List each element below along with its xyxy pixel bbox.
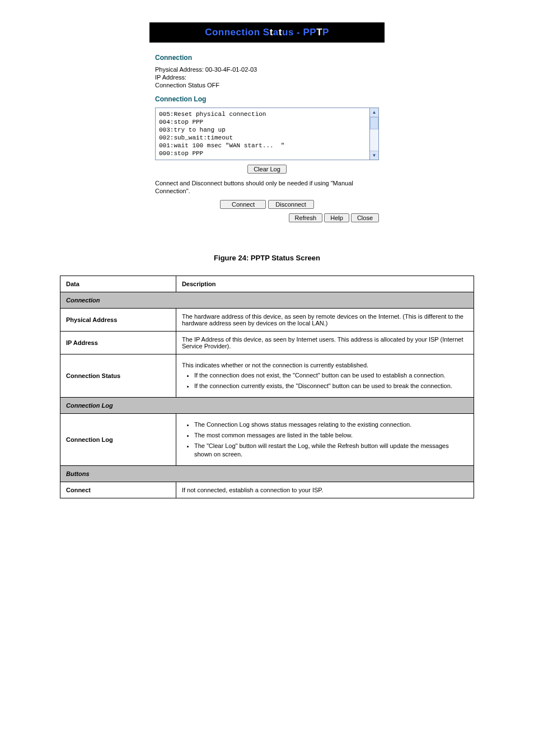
- cell-connection-status-desc: This indicates whether or not the connec…: [176, 354, 474, 398]
- cell-ip-address-label: IP Address: [60, 331, 176, 354]
- conn-status-list: If the connection does not exist, the "C…: [182, 371, 468, 390]
- conn-log-bullet-3: The "Clear Log" button will restart the …: [194, 442, 468, 459]
- section-log: Connection Log: [155, 95, 379, 103]
- banner-text-a: Connection S: [205, 27, 270, 38]
- screenshot-body: Connection Physical Address: 00-30-4F-01…: [149, 43, 385, 231]
- cell-ip-address-desc: The IP Address of this device, as seen b…: [176, 331, 474, 354]
- table-header-row: Data Description: [60, 276, 474, 292]
- cell-physical-address-label: Physical Address: [60, 308, 176, 331]
- log-textarea[interactable]: 005:Reset physical connection 004:stop P…: [155, 108, 370, 160]
- group-connection-label: Connection: [60, 292, 474, 308]
- group-connection-log: Connection Log: [60, 398, 474, 414]
- row-physical-address: Physical Address The hardware address of…: [60, 308, 474, 331]
- banner-text-d: P: [322, 27, 329, 38]
- banner-white-t3: T: [316, 27, 322, 38]
- group-buttons-label: Buttons: [60, 465, 474, 482]
- cell-connection-log-label: Connection Log: [60, 414, 176, 465]
- log-scrollbar[interactable]: ▲ ▼: [370, 108, 379, 160]
- help-button[interactable]: Help: [324, 213, 349, 222]
- conn-status-intro: This indicates whether or not the connec…: [182, 361, 468, 370]
- close-button[interactable]: Close: [351, 213, 379, 222]
- status-screenshot: Connection Status - PPTP Connection Phys…: [149, 22, 385, 231]
- physical-address-line: Physical Address: 00-30-4F-01-02-03: [155, 66, 379, 73]
- header-data: Data: [60, 276, 176, 292]
- cell-connection-status-label: Connection Status: [60, 354, 176, 398]
- conn-log-bullet-2: The most common messages are listed in t…: [194, 431, 468, 440]
- row-connect: Connect If not connected, establish a co…: [60, 482, 474, 498]
- clear-log-row: Clear Log: [155, 165, 379, 174]
- figure-caption: Figure 24: PPTP Status Screen: [0, 254, 534, 262]
- section-connection: Connection: [155, 54, 379, 62]
- header-description: Description: [176, 276, 474, 292]
- row-ip-address: IP Address The IP Address of this device…: [60, 331, 474, 354]
- banner-text-b: a: [273, 27, 279, 38]
- conn-status-bullet-2: If the connection currently exists, the …: [194, 382, 468, 390]
- group-buttons: Buttons: [60, 465, 474, 482]
- row-connection-status: Connection Status This indicates whether…: [60, 354, 474, 398]
- conn-log-list: The Connection Log shows status messages…: [182, 421, 468, 458]
- data-table: Data Description Connection Physical Add…: [60, 276, 474, 498]
- clear-log-button[interactable]: Clear Log: [247, 165, 287, 174]
- ip-address-line: IP Address:: [155, 74, 379, 81]
- scroll-down-icon[interactable]: ▼: [370, 151, 378, 160]
- cell-connect-desc: If not connected, establish a connection…: [176, 482, 474, 498]
- log-area: 005:Reset physical connection 004:stop P…: [155, 108, 379, 160]
- conn-log-bullet-1: The Connection Log shows status messages…: [194, 421, 468, 429]
- group-connection-log-label: Connection Log: [60, 398, 474, 414]
- manual-connection-note: Connect and Disconnect buttons should on…: [155, 179, 379, 195]
- group-connection: Connection: [60, 292, 474, 308]
- cell-physical-address-desc: The hardware address of this device, as …: [176, 308, 474, 331]
- scroll-thumb[interactable]: [370, 117, 378, 129]
- connect-button[interactable]: Connect: [220, 200, 266, 209]
- footer-buttons: Refresh Help Close: [155, 213, 379, 222]
- row-connection-log: Connection Log The Connection Log shows …: [60, 414, 474, 465]
- scroll-track[interactable]: [370, 117, 378, 151]
- refresh-button[interactable]: Refresh: [289, 213, 323, 222]
- scroll-up-icon[interactable]: ▲: [370, 108, 378, 117]
- cell-connect-label: Connect: [60, 482, 176, 498]
- connect-row: Connect Disconnect: [155, 200, 379, 209]
- banner-text-c: us - PP: [282, 27, 316, 38]
- banner: Connection Status - PPTP: [149, 22, 385, 43]
- cell-connection-log-desc: The Connection Log shows status messages…: [176, 414, 474, 465]
- connection-status-line: Connection Status OFF: [155, 82, 379, 88]
- conn-status-bullet-1: If the connection does not exist, the "C…: [194, 371, 468, 380]
- disconnect-button[interactable]: Disconnect: [268, 200, 314, 209]
